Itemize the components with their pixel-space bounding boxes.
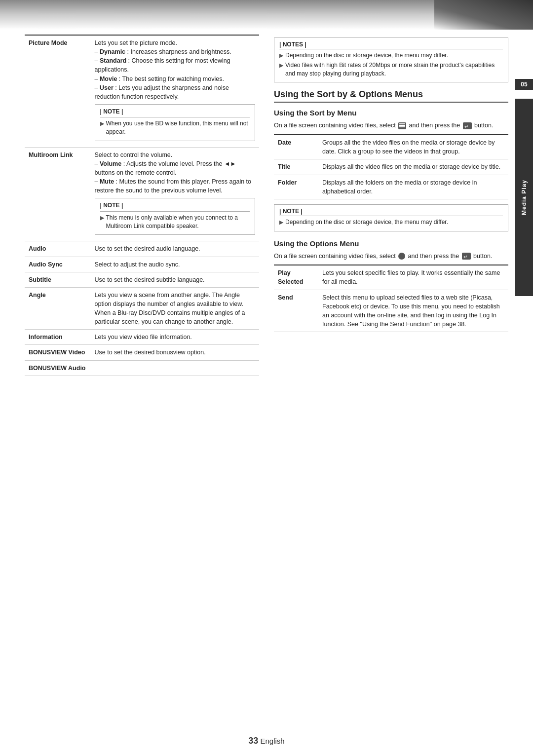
note-item-1: ▶ Depending on the disc or storage devic… <box>279 51 503 60</box>
table-row: Picture Mode Lets you set the picture mo… <box>25 35 259 147</box>
row-header: BONUSVIEW Audio <box>25 360 91 376</box>
row-header: Audio <box>25 241 91 257</box>
sort-by-intro: On a file screen containing video files,… <box>274 121 508 130</box>
note-item: ▶ When you use the BD wise function, thi… <box>100 119 250 136</box>
note-item: ▶ This menu is only available when you c… <box>100 214 250 230</box>
row-header: Picture Mode <box>25 35 91 147</box>
row-header: Audio Sync <box>25 257 91 272</box>
row-content: Select to adjust the audio sync. <box>91 257 259 272</box>
table-row: Folder Displays all the folders on the m… <box>274 175 508 199</box>
note-arrow-icon: ▶ <box>100 120 104 127</box>
row-content: Lets you view a scene from another angle… <box>91 287 259 330</box>
list-icon <box>398 122 406 129</box>
table-row: Angle Lets you view a scene from another… <box>25 287 259 330</box>
sort-by-note: | NOTE | ▶ Depending on the disc or stor… <box>274 204 508 231</box>
options-intro: On a file screen containing video files,… <box>274 252 508 261</box>
row-content <box>91 360 259 376</box>
row-header: Folder <box>274 175 318 199</box>
table-row: BONUSVIEW Video Use to set the desired b… <box>25 345 259 360</box>
gear-icon <box>398 253 405 260</box>
note-text: When you use the BD wise function, this … <box>106 119 250 136</box>
row-header: BONUSVIEW Video <box>25 345 91 360</box>
section-heading: Using the Sort by & Options Menus <box>274 89 508 103</box>
row-content: Displays all the video files on the medi… <box>318 159 508 175</box>
top-bar-dark-gradient <box>434 0 533 30</box>
table-row: Date Groups all the the video files on t… <box>274 135 508 159</box>
page-number: 33 English <box>248 736 284 746</box>
multiroom-note: | NOTE | ▶ This menu is only available w… <box>95 198 255 235</box>
picture-mode-note: | NOTE | ▶ When you use the BD wise func… <box>95 104 255 141</box>
chapter-title: Media Play <box>521 180 528 215</box>
note-title: | NOTE | <box>279 208 503 216</box>
left-info-table: Picture Mode Lets you set the picture mo… <box>25 35 259 376</box>
table-row: Subtitle Use to set the desired subtitle… <box>25 272 259 287</box>
main-content: Picture Mode Lets you set the picture mo… <box>25 35 508 726</box>
note-arrow-icon: ▶ <box>279 219 283 226</box>
note-arrow-icon: ▶ <box>279 52 283 59</box>
note-text: Depending on the disc or storage device,… <box>285 218 448 227</box>
sort-by-table: Date Groups all the the video files on t… <box>274 134 508 199</box>
table-row: Audio Use to set the desired audio langu… <box>25 241 259 257</box>
row-content: Select this menu to upload selected file… <box>318 290 508 332</box>
row-header: Multiroom Link <box>25 147 91 241</box>
row-header: Information <box>25 330 91 345</box>
row-header: Subtitle <box>25 272 91 287</box>
right-column: | NOTES | ▶ Depending on the disc or sto… <box>274 35 508 726</box>
note-arrow-icon: ▶ <box>279 62 283 69</box>
row-content: Use to set the desired subtitle language… <box>91 272 259 287</box>
top-notes-title: | NOTES | <box>279 41 503 49</box>
note-arrow-icon: ▶ <box>100 214 104 222</box>
row-content: Lets you select specific files to play. … <box>318 265 508 290</box>
table-row: BONUSVIEW Audio <box>25 360 259 376</box>
row-content: Lets you view video file information. <box>91 330 259 345</box>
top-decorative-bar <box>0 0 533 30</box>
note-title: | NOTE | <box>100 201 250 211</box>
row-header: Title <box>274 159 318 175</box>
table-row: Multiroom Link Select to control the vol… <box>25 147 259 241</box>
sort-by-sub-heading: Using the Sort by Menu <box>274 109 508 117</box>
row-header: Play Selected <box>274 265 318 290</box>
table-row: Audio Sync Select to adjust the audio sy… <box>25 257 259 272</box>
row-content: Select to control the volume. – Volume :… <box>91 147 259 241</box>
chapter-label: Media Play <box>515 99 533 296</box>
row-header: Send <box>274 290 318 332</box>
table-row: Send Select this menu to upload selected… <box>274 290 508 332</box>
options-menu-table: Play Selected Lets you select specific f… <box>274 265 508 332</box>
row-header: Date <box>274 135 318 159</box>
row-content: Lets you set the picture mode. – Dynamic… <box>91 35 259 147</box>
row-content: Displays all the folders on the media or… <box>318 175 508 199</box>
enter-icon <box>463 122 472 129</box>
row-content: Use to set the desired audio language. <box>91 241 259 257</box>
left-column: Picture Mode Lets you set the picture mo… <box>25 35 259 726</box>
row-header: Angle <box>25 287 91 330</box>
row-content: Groups all the the video files on the me… <box>318 135 508 159</box>
table-row: Information Lets you view video file inf… <box>25 330 259 345</box>
chapter-number: 05 <box>515 79 533 90</box>
note-text: This menu is only available when you con… <box>106 214 250 230</box>
enter-icon <box>462 253 471 260</box>
note-title: | NOTE | <box>100 108 250 117</box>
table-row: Title Displays all the video files on th… <box>274 159 508 175</box>
note-text: Video files with high Bit rates of 20Mbp… <box>285 61 503 78</box>
note-item-2: ▶ Video files with high Bit rates of 20M… <box>279 61 503 78</box>
options-sub-heading: Using the Options Menu <box>274 239 508 248</box>
top-notes-box: | NOTES | ▶ Depending on the disc or sto… <box>274 38 508 82</box>
table-row: Play Selected Lets you select specific f… <box>274 265 508 290</box>
note-item: ▶ Depending on the disc or storage devic… <box>279 218 503 227</box>
note-text: Depending on the disc or storage device,… <box>285 51 448 60</box>
row-content: Use to set the desired bonusview option. <box>91 345 259 360</box>
